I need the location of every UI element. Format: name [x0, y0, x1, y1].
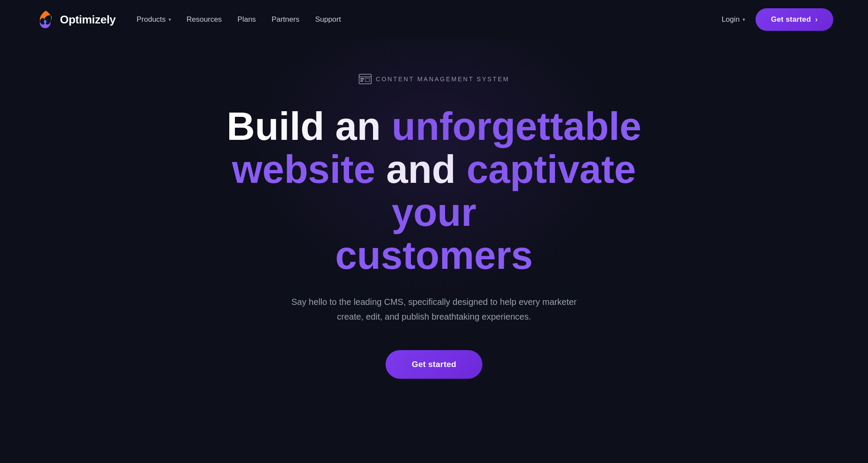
- arrow-right-icon: ›: [815, 16, 818, 23]
- svg-rect-3: [360, 80, 363, 82]
- chevron-down-icon: ▾: [743, 17, 745, 23]
- nav-link-products[interactable]: Products ▾: [136, 15, 171, 24]
- nav-item-partners[interactable]: Partners: [271, 15, 299, 24]
- nav-right: Login ▾ Get started ›: [722, 8, 833, 31]
- svg-rect-4: [365, 78, 370, 82]
- hero-subtext: Say hello to the leading CMS, specifical…: [287, 294, 582, 324]
- nav-link-support[interactable]: Support: [315, 15, 341, 24]
- cms-icon: [359, 74, 372, 84]
- headline-part1: Build an: [227, 105, 392, 148]
- headline-customers: customers: [335, 234, 533, 277]
- logo-icon: [35, 9, 56, 30]
- hero-cta-button[interactable]: Get started: [386, 350, 482, 379]
- cms-badge: CONTENT MANAGEMENT SYSTEM: [359, 74, 510, 84]
- nav-link-plans[interactable]: Plans: [238, 15, 256, 24]
- nav-links: Products ▾ Resources Plans Partners: [136, 15, 341, 24]
- logo[interactable]: Optimizely: [35, 9, 116, 30]
- headline-purple1: unforgettable: [392, 105, 641, 148]
- headline-purple2-website: website: [232, 148, 375, 191]
- nav-item-resources[interactable]: Resources: [187, 15, 222, 24]
- hero-headline: Build an unforgettable website and capti…: [217, 105, 651, 277]
- nav-item-support[interactable]: Support: [315, 15, 341, 24]
- svg-rect-2: [360, 78, 364, 79]
- nav-link-partners[interactable]: Partners: [271, 15, 299, 24]
- headline-and: and: [375, 148, 466, 191]
- nav-link-resources[interactable]: Resources: [187, 15, 222, 24]
- nav-item-products[interactable]: Products ▾: [136, 15, 171, 24]
- logo-text: Optimizely: [60, 13, 116, 26]
- nav-get-started-button[interactable]: Get started ›: [756, 8, 833, 31]
- nav-left: Optimizely Products ▾ Resources Plans: [35, 9, 341, 30]
- login-button[interactable]: Login ▾: [722, 15, 745, 24]
- hero-section: CONTENT MANAGEMENT SYSTEM Build an unfor…: [0, 39, 868, 431]
- navigation: Optimizely Products ▾ Resources Plans: [0, 0, 868, 39]
- nav-item-plans[interactable]: Plans: [238, 15, 256, 24]
- chevron-down-icon: ▾: [168, 17, 171, 23]
